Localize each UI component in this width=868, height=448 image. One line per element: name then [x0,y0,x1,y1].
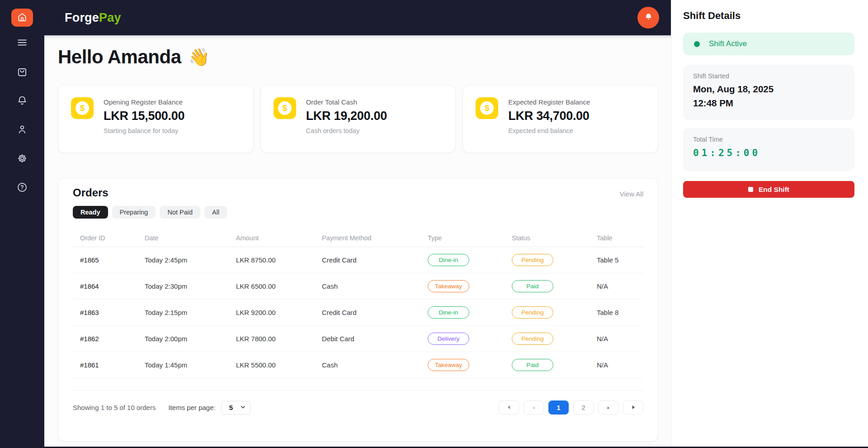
end-shift-label: End Shift [759,186,789,194]
status-dot-icon [694,41,700,47]
cell-date: Today 2:45pm [145,256,236,264]
cell-type: Takeaway [428,280,512,292]
sidebar-item-notifications[interactable] [16,95,28,107]
last-page-icon [631,404,636,411]
sidebar-item-profile[interactable] [16,124,28,136]
sidebar-item-home[interactable] [11,9,33,27]
cell-status: Pending [512,306,597,319]
status-badge: Paid [512,280,553,292]
table-row: #1864 Today 2:30pm LKR 6500.00 Cash Take… [73,273,643,300]
cell-amount: LKR 7800.00 [236,335,322,343]
table-row: #1862 Today 2:00pm LKR 7800.00 Debit Car… [73,326,643,352]
dollar-icon: $ [476,97,498,119]
cell-type: Dine-in [428,306,512,319]
cell-payment-method: Credit Card [322,256,428,264]
type-badge: Takeaway [428,280,469,292]
orders-table-header: Order IDDateAmountPayment MethodTypeStat… [73,229,643,247]
cell-payment-method: Credit Card [322,309,428,316]
wave-emoji: 👋 [189,47,210,67]
shift-started-label: Shift Started [693,72,844,80]
profile-icon [16,124,28,137]
greeting-text: Hello Amanda [58,46,181,68]
cell-table: N/A [597,335,643,343]
shift-started-box: Shift Started Mon, Aug 18, 2025 12:48 PM [683,65,854,120]
sidebar: ? [0,0,44,448]
brand-name-primary: Forge [65,11,99,24]
chevron-down-icon [240,404,246,411]
next-page-button[interactable] [598,400,618,415]
cell-amount: LKR 9200.00 [236,309,322,316]
table-row: #1865 Today 2:45pm LKR 8750.00 Credit Ca… [73,247,643,273]
cell-payment-method: Cash [322,361,428,369]
stat-value: LKR 19,200.00 [306,109,387,123]
main-content: Hello Amanda 👋 $ Opening Register Balanc… [44,35,671,447]
results-summary: Showing 1 to 5 of 10 orders [73,404,156,411]
first-page-button[interactable] [499,400,519,415]
brand-name-secondary: Pay [99,11,121,24]
cell-payment-method: Cash [322,282,428,290]
stat-label: Opening Register Balance [104,98,184,106]
stat-card-expected-balance: $ Expected Register Balance LKR 34,700.0… [462,85,658,153]
stat-label: Order Total Cash [306,98,387,106]
stat-subtext: Starting balance for today [104,127,184,134]
page-button-2[interactable]: 2 [573,400,594,415]
column-header: Status [512,234,597,242]
cell-date: Today 2:15pm [145,309,236,316]
cell-order-id: #1862 [80,335,145,343]
cell-status: Paid [512,359,597,371]
sidebar-item-settings[interactable] [16,153,28,165]
items-per-page-label: Items per page: [168,404,215,411]
cell-amount: LKR 5500.00 [236,361,322,369]
shift-status-label: Shift Active [709,39,747,48]
home-icon [16,11,28,24]
items-per-page-select[interactable]: 5 [221,401,251,415]
page-buttons: 12 [548,400,594,415]
dollar-icon: $ [274,97,296,119]
topbar: ForgePay [44,0,671,35]
sidebar-item-orders[interactable] [16,67,28,78]
column-header: Table [597,234,643,242]
column-header: Amount [236,234,322,242]
cell-amount: LKR 6500.00 [236,282,322,290]
status-badge: Pending [512,254,553,266]
page-button-1[interactable]: 1 [548,400,569,415]
tab-preparing[interactable]: Preparing [112,206,156,219]
cell-status: Pending [512,254,597,266]
settings-gear-icon [16,153,28,166]
table-row: #1861 Today 1:45pm LKR 5500.00 Cash Take… [73,352,643,378]
notification-button[interactable] [637,7,659,29]
prev-page-button[interactable] [524,400,544,415]
cell-date: Today 1:45pm [145,361,236,369]
cell-type: Takeaway [428,359,512,371]
column-header: Payment Method [322,234,428,242]
column-header: Order ID [80,234,145,242]
stat-value: LKR 15,500.00 [104,109,184,123]
cell-type: Dine-in [428,254,512,266]
orders-bag-icon [16,66,28,79]
last-page-button[interactable] [623,400,643,415]
column-header: Date [145,234,236,242]
total-time-label: Total Time [693,136,844,143]
sidebar-item-menu[interactable] [16,38,28,49]
cell-status: Pending [512,333,597,345]
cell-payment-method: Debit Card [322,335,428,343]
menu-icon [16,37,28,50]
view-all-link[interactable]: View All [620,190,643,198]
sidebar-item-help[interactable]: ? [16,182,28,194]
tab-all[interactable]: All [204,206,227,219]
shift-status-badge: Shift Active [683,33,854,55]
svg-text:?: ? [20,184,24,191]
brand-logo: ForgePay [65,11,121,25]
notifications-bell-icon [16,95,28,108]
status-badge: Pending [512,306,553,319]
orders-table-body: #1865 Today 2:45pm LKR 8750.00 Credit Ca… [73,247,643,378]
cell-order-id: #1861 [80,361,145,369]
stat-card-order-total-cash: $ Order Total Cash LKR 19,200.00 Cash or… [260,85,456,153]
shift-details-panel: Shift Details Shift Active Shift Started… [671,0,868,447]
end-shift-button[interactable]: End Shift [683,181,854,198]
tab-not-paid[interactable]: Not Paid [160,206,200,219]
cell-table: Table 8 [597,309,643,316]
stop-icon [748,187,753,192]
tab-ready[interactable]: Ready [73,206,108,219]
stat-subtext: Expected end balance [508,127,590,134]
